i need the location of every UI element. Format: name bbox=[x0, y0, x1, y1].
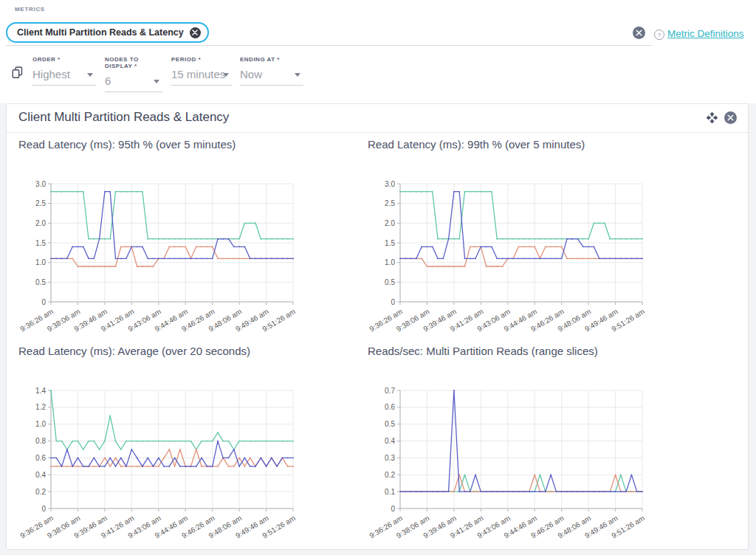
svg-text:2.0: 2.0 bbox=[35, 219, 46, 227]
svg-text:1.2: 1.2 bbox=[35, 403, 46, 411]
svg-text:0.7: 0.7 bbox=[385, 387, 395, 395]
chevron-down-icon bbox=[154, 80, 159, 83]
nodes-label: NODES TO DISPLAY * bbox=[105, 56, 162, 69]
svg-text:1.0: 1.0 bbox=[35, 420, 46, 428]
svg-text:0.3: 0.3 bbox=[385, 454, 395, 462]
chart-read-latency-99th: 9:36:26 am9:38:06 am9:39:46 am9:41:26 am… bbox=[368, 175, 707, 342]
chevron-down-icon bbox=[223, 73, 229, 77]
svg-text:0.5: 0.5 bbox=[385, 278, 395, 286]
nodes-to-display-select[interactable]: NODES TO DISPLAY * 6 bbox=[105, 56, 162, 92]
svg-text:2.5: 2.5 bbox=[385, 199, 395, 207]
order-select[interactable]: ORDER * Highest bbox=[32, 56, 96, 86]
chip-remove-icon[interactable] bbox=[190, 27, 201, 38]
close-card-icon[interactable] bbox=[724, 111, 737, 124]
metrics-section-label: METRICS bbox=[15, 6, 45, 13]
svg-text:0.4: 0.4 bbox=[385, 437, 395, 445]
chevron-down-icon bbox=[295, 73, 300, 77]
svg-text:0.5: 0.5 bbox=[35, 278, 46, 286]
svg-text:0.2: 0.2 bbox=[35, 488, 46, 496]
copy-icon[interactable] bbox=[12, 66, 23, 79]
svg-text:2.0: 2.0 bbox=[385, 219, 395, 227]
svg-text:2.5: 2.5 bbox=[35, 199, 46, 207]
svg-text:0.6: 0.6 bbox=[35, 454, 46, 462]
metrics-dashboard-page: METRICS Client Multi Partition Reads & L… bbox=[0, 0, 756, 555]
svg-text:3.0: 3.0 bbox=[385, 180, 395, 188]
chart-title-read-latency-95th: Read Latency (ms): 95th % (over 5 minute… bbox=[18, 138, 236, 151]
chart-read-latency-95th: 9:36:26 am9:38:06 am9:39:46 am9:41:26 am… bbox=[18, 175, 358, 342]
ending-at-select[interactable]: ENDING AT * Now bbox=[240, 56, 303, 86]
period-label: PERIOD * bbox=[171, 56, 232, 63]
help-glyph: ? bbox=[658, 32, 661, 38]
svg-text:1.5: 1.5 bbox=[35, 239, 46, 247]
svg-text:0: 0 bbox=[41, 298, 46, 306]
svg-text:0: 0 bbox=[391, 298, 395, 306]
chart-title-read-latency-99th: Read Latency (ms): 99th % (over 5 minute… bbox=[368, 138, 585, 151]
svg-text:0.2: 0.2 bbox=[385, 471, 395, 479]
metrics-filter-panel: METRICS Client Multi Partition Reads & L… bbox=[0, 0, 756, 103]
svg-text:0.5: 0.5 bbox=[385, 420, 395, 428]
chevron-down-icon bbox=[87, 73, 93, 77]
move-handle-icon[interactable] bbox=[706, 111, 718, 124]
svg-text:0.1: 0.1 bbox=[385, 488, 395, 496]
metric-definitions-link[interactable]: Metric Definitions bbox=[667, 28, 744, 39]
svg-text:1.0: 1.0 bbox=[35, 258, 46, 266]
svg-text:1.0: 1.0 bbox=[385, 258, 395, 266]
svg-text:1.5: 1.5 bbox=[385, 239, 395, 247]
period-value: 15 minutes bbox=[171, 68, 232, 86]
ending-at-value: Now bbox=[240, 68, 303, 86]
order-value: Highest bbox=[32, 68, 96, 86]
metric-chip-label: Client Multi Partition Reads & Latency bbox=[17, 27, 184, 38]
svg-text:1.4: 1.4 bbox=[35, 387, 46, 395]
svg-text:0.8: 0.8 bbox=[35, 437, 46, 445]
svg-text:0.6: 0.6 bbox=[385, 403, 395, 411]
chart-reads-per-sec: 9:36:26 am9:38:06 am9:39:46 am9:41:26 am… bbox=[368, 382, 707, 548]
chart-read-latency-average: 9:36:26 am9:38:06 am9:39:46 am9:41:26 am… bbox=[18, 382, 358, 548]
help-icon[interactable]: ? bbox=[654, 30, 664, 40]
card-title: Client Multi Partition Reads & Latency bbox=[18, 110, 229, 125]
clear-metrics-icon[interactable] bbox=[633, 27, 645, 39]
metric-chip[interactable]: Client Multi Partition Reads & Latency bbox=[6, 22, 209, 43]
svg-text:3.0: 3.0 bbox=[35, 180, 46, 188]
chart-title-reads-per-sec: Reads/sec: Multi Partition Reads (range … bbox=[368, 345, 598, 357]
period-select[interactable]: PERIOD * 15 minutes bbox=[171, 56, 232, 86]
svg-text:0: 0 bbox=[41, 505, 46, 513]
svg-text:0: 0 bbox=[391, 505, 395, 513]
nodes-value: 6 bbox=[105, 75, 162, 92]
svg-text:0.4: 0.4 bbox=[35, 471, 46, 479]
order-label: ORDER * bbox=[32, 56, 96, 63]
ending-at-label: ENDING AT * bbox=[240, 56, 303, 63]
metric-card: Client Multi Partition Reads & Latency R… bbox=[6, 103, 749, 550]
chart-title-read-latency-average: Read Latency (ms): Average (over 20 seco… bbox=[18, 345, 250, 357]
metrics-input-underline bbox=[6, 45, 653, 46]
metric-card-header: Client Multi Partition Reads & Latency bbox=[7, 104, 748, 133]
